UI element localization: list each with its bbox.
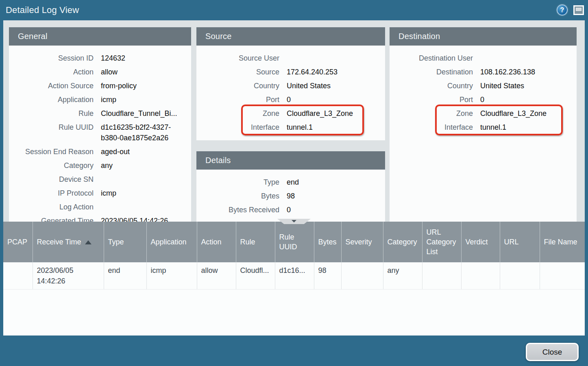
source-panel: Source Source User Source172.64.240.253 … — [196, 27, 385, 140]
cell-url — [500, 262, 540, 290]
field-label: Action — [9, 67, 94, 77]
log-table-row[interactable]: 2023/06/05 14:42:26 end icmp allow Cloud… — [3, 262, 585, 290]
field-label: Type — [196, 177, 279, 187]
field-value: 0 — [287, 205, 385, 215]
field-value: 2023/06/05 14:42:26 — [101, 216, 191, 222]
field-value: tunnel.1 — [287, 122, 385, 133]
cell-url-category-list — [422, 262, 461, 290]
field-value — [287, 53, 385, 63]
help-icon[interactable]: ? — [557, 4, 568, 15]
field-value: 108.162.236.138 — [480, 67, 577, 77]
field-value: icmp — [101, 94, 191, 105]
sort-ascending-icon — [85, 240, 91, 244]
field-label: Bytes — [196, 191, 279, 201]
field-row: Action Sourcefrom-policy — [9, 79, 191, 93]
field-row: Bytes98 — [196, 189, 385, 203]
field-value: Cloudflare_L3_Zone — [480, 108, 577, 119]
cell-receive-time: 2023/06/05 14:42:26 — [33, 262, 104, 290]
field-row: Port0 — [196, 93, 385, 107]
cell-action: allow — [197, 262, 236, 290]
general-panel-body: Session ID124632 Actionallow Action Sour… — [9, 46, 191, 222]
field-row: Generated Time2023/06/05 14:42:26 — [9, 214, 191, 222]
field-row: Interfacetunnel.1 — [196, 120, 385, 134]
field-label: Source — [196, 67, 279, 77]
field-label: Zone — [196, 108, 279, 119]
column-header-file-name[interactable]: File Name — [540, 222, 585, 262]
field-label: Country — [196, 81, 279, 91]
source-panel-header: Source — [196, 27, 385, 46]
field-row: Source User — [196, 51, 385, 65]
column-header-rule-uuid[interactable]: Rule UUID — [275, 222, 314, 262]
field-value: 0 — [480, 94, 577, 105]
field-label: Category — [9, 160, 94, 171]
close-button[interactable]: Close — [526, 343, 579, 361]
field-value: 172.64.240.253 — [287, 67, 385, 77]
field-row: Device SN — [9, 172, 191, 186]
field-label: Rule UUID — [9, 122, 94, 143]
destination-column: Destination Destination User Destination… — [390, 27, 577, 222]
field-row: Interfacetunnel.1 — [390, 120, 577, 134]
column-header-severity[interactable]: Severity — [341, 222, 383, 262]
destination-panel: Destination Destination User Destination… — [390, 27, 577, 222]
titlebar-icons: ? — [557, 4, 584, 15]
window-icon[interactable] — [573, 5, 584, 15]
column-header-verdict[interactable]: Verdict — [461, 222, 500, 262]
cell-type: end — [104, 262, 146, 290]
field-label: Destination — [390, 67, 473, 77]
field-value: Cloudflare_L3_Zone — [287, 108, 385, 119]
details-panel: Details Typeend Bytes98 Bytes Received0 — [196, 151, 385, 222]
field-label: Session End Reason — [9, 146, 94, 157]
field-label: Port — [196, 94, 279, 105]
cell-verdict — [461, 262, 500, 290]
help-icon-glyph: ? — [560, 7, 564, 14]
cell-category: any — [383, 262, 422, 290]
field-value: aged-out — [101, 146, 191, 157]
field-label: Session ID — [9, 53, 94, 63]
chevron-down-icon — [292, 220, 296, 222]
field-row: IP Protocolicmp — [9, 186, 191, 200]
field-label: Generated Time — [9, 216, 94, 222]
field-row: Port0 — [390, 93, 577, 107]
field-value: icmp — [101, 188, 191, 198]
column-header-url-category-list[interactable]: URL Category List — [422, 222, 461, 262]
field-label: Interface — [390, 122, 473, 133]
field-row: ZoneCloudflare_L3_Zone — [196, 107, 385, 120]
field-value — [101, 202, 191, 212]
destination-panel-body: Destination User Destination108.162.236.… — [390, 46, 577, 134]
log-table-header-row: PCAP Receive Time Type Application Actio… — [3, 222, 585, 262]
field-value — [101, 174, 191, 185]
column-header-url[interactable]: URL — [500, 222, 540, 262]
column-header-action[interactable]: Action — [197, 222, 236, 262]
field-value: from-policy — [101, 81, 191, 91]
dialog-titlebar: Detailed Log View ? — [0, 0, 588, 20]
column-header-pcap[interactable]: PCAP — [3, 222, 33, 262]
field-row: ZoneCloudflare_L3_Zone — [390, 107, 577, 120]
field-row: Bytes Received0 — [196, 203, 385, 217]
field-label: Log Action — [9, 202, 94, 212]
field-row: Destination User — [390, 51, 577, 65]
field-label: Source User — [196, 53, 279, 63]
column-header-receive-time[interactable]: Receive Time — [33, 222, 104, 262]
column-header-bytes[interactable]: Bytes — [314, 222, 341, 262]
field-label: IP Protocol — [9, 188, 94, 198]
field-row: CountryUnited States — [390, 79, 577, 93]
cell-severity — [341, 262, 383, 290]
field-row: Destination108.162.236.138 — [390, 65, 577, 79]
column-header-application[interactable]: Application — [146, 222, 197, 262]
field-row: Session End Reasonaged-out — [9, 145, 191, 159]
column-header-category[interactable]: Category — [383, 222, 422, 262]
field-label: Device SN — [9, 174, 94, 185]
column-header-type[interactable]: Type — [104, 222, 146, 262]
field-label: Port — [390, 94, 473, 105]
log-table: PCAP Receive Time Type Application Actio… — [3, 222, 585, 290]
field-value: tunnel.1 — [480, 122, 577, 133]
cell-bytes: 98 — [314, 262, 341, 290]
field-value: United States — [480, 81, 577, 91]
general-column: General Session ID124632 Actionallow Act… — [9, 27, 191, 222]
cell-rule: Cloudfl... — [236, 262, 275, 290]
field-value: 124632 — [101, 53, 191, 63]
field-row: Actionallow — [9, 65, 191, 79]
column-header-rule[interactable]: Rule — [236, 222, 275, 262]
window-icon-inner — [576, 8, 581, 11]
log-detail-area: General Session ID124632 Actionallow Act… — [3, 20, 585, 222]
